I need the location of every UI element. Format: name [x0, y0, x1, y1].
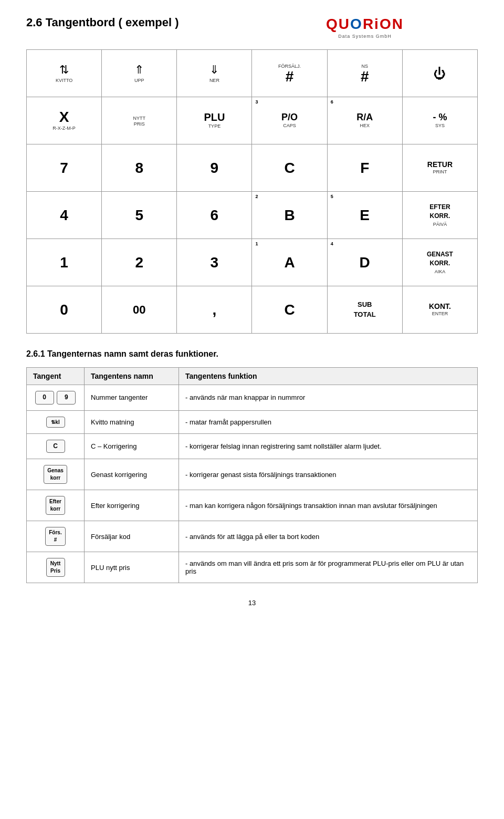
- table-row: Genaskorr Genast korrigering - korrigera…: [27, 459, 478, 490]
- key-b-hex: 2 B: [252, 192, 327, 239]
- key-00: 00: [102, 286, 177, 334]
- key-nytt-pris-display: NyttPris: [46, 558, 65, 577]
- key-kont: KONT. ENTER: [402, 286, 477, 334]
- table-row: Förs.# Försäljar kod - används för att l…: [27, 521, 478, 552]
- key-ns-hash: NS #: [327, 50, 402, 97]
- col-function: Tangentens funktion: [179, 368, 478, 385]
- key-7: 7: [27, 144, 102, 192]
- tangent-name-cell: Genast korrigering: [85, 459, 179, 490]
- tangent-name-cell: PLU nytt pris: [85, 552, 179, 583]
- key-tangent-cell: Genaskorr: [27, 459, 85, 490]
- tangent-name-cell: Försäljar kod: [85, 521, 179, 552]
- tangent-function-cell: - man kan korrigera någon försäljnings t…: [179, 490, 478, 521]
- key-9: 9: [177, 144, 252, 192]
- key-2: 2: [102, 239, 177, 286]
- key-plu: PLU TYPE: [177, 97, 252, 144]
- table-row: Efterkorr Efter korrigering - man kan ko…: [27, 490, 478, 521]
- tangent-function-cell: - används när man knappar in nummror: [179, 385, 478, 411]
- key-efter-korr-display: Efterkorr: [46, 496, 65, 515]
- key-tangent-cell: ⇅kl: [27, 410, 85, 433]
- logo-subtitle: Data Systems GmbH: [252, 34, 478, 39]
- key-genas-korr-display: Genaskorr: [44, 465, 67, 484]
- tangent-name-cell: Nummer tangenter: [85, 385, 179, 411]
- key-8: 8: [102, 144, 177, 192]
- tangent-name-cell: C – Korrigering: [85, 433, 179, 459]
- key-po: 3 P/O CAPS: [252, 97, 327, 144]
- table-row: ⇅kl Kvitto matning - matar framåt papper…: [27, 410, 478, 433]
- key-0: 0: [27, 286, 102, 334]
- key-5: 5: [102, 192, 177, 239]
- key-c-hex: C: [252, 144, 327, 192]
- key-tangent-cell: C: [27, 433, 85, 459]
- key-comma: ,: [177, 286, 252, 334]
- key-upp: ⇑ UPP: [102, 50, 177, 97]
- key-e-hex: 5 E: [327, 192, 402, 239]
- tangent-function-cell: - används om man vill ändra ett pris som…: [179, 552, 478, 583]
- key-c-display: C: [46, 440, 65, 453]
- logo-area: QUORiON Data Systems GmbH: [252, 16, 478, 39]
- key-efter-korr: EFTERKORR. PÄIVÄ: [402, 192, 477, 239]
- key-d-hex: 4 D: [327, 239, 402, 286]
- tangent-function-cell: - korrigerar felslag innan registrering …: [179, 433, 478, 459]
- section-heading: 2.6.1 Tangenternas namn samt deras funkt…: [26, 349, 478, 359]
- key-genast-korr: GENASTKORR. AIKA: [402, 239, 477, 286]
- key-4: 4: [27, 192, 102, 239]
- key-6: 6: [177, 192, 252, 239]
- tangent-name-cell: Efter korrigering: [85, 490, 179, 521]
- tangent-name-cell: Kvitto matning: [85, 410, 179, 433]
- key-tangent-cell: Förs.#: [27, 521, 85, 552]
- page-number: 13: [26, 599, 478, 607]
- key-a-hex: 1 A: [252, 239, 327, 286]
- key-sub-total: SUBTOTAL: [327, 286, 402, 334]
- key-x: X R-X-Z-M-P: [27, 97, 102, 144]
- key-1: 1: [27, 239, 102, 286]
- key-kvitto-display: ⇅kl: [46, 417, 65, 428]
- key-ner: ⇓ NER: [177, 50, 252, 97]
- key-f-hex: F: [327, 144, 402, 192]
- table-row: NyttPris PLU nytt pris - används om man …: [27, 552, 478, 583]
- function-table: Tangent Tangentens namn Tangentens funkt…: [26, 367, 478, 583]
- table-row: C C – Korrigering - korrigerar felslag i…: [27, 433, 478, 459]
- key-forsalj-hash: FÖRSÄLJ. #: [252, 50, 327, 97]
- key-power: ⏻: [402, 50, 477, 97]
- table-row: 0 9 Nummer tangenter - används när man k…: [27, 385, 478, 411]
- key-nytt-pris: NYTTPRIS: [102, 97, 177, 144]
- key-tangent-cell: NyttPris: [27, 552, 85, 583]
- logo: QUORiON: [252, 16, 478, 33]
- keyboard-diagram: ⇅ KVITTO ⇑ UPP ⇓ NER FÖRSÄLJ. # NS # ⏻: [26, 49, 478, 334]
- col-tangent: Tangent: [27, 368, 85, 385]
- tangent-function-cell: - används för att lägga på eller ta bort…: [179, 521, 478, 552]
- col-name: Tangentens namn: [85, 368, 179, 385]
- page-header: 2.6 Tangentbord ( exempel ) QUORiON Data…: [26, 16, 478, 39]
- key-c: C: [252, 286, 327, 334]
- key-retur: RETUR PRINT: [402, 144, 477, 192]
- key-9-display: 9: [57, 391, 76, 405]
- key-minus-percent: - % SYS: [402, 97, 477, 144]
- key-fors-hash-display: Förs.#: [45, 527, 65, 546]
- page-title: 2.6 Tangentbord ( exempel ): [26, 16, 252, 29]
- key-ra: 6 R/A HEX: [327, 97, 402, 144]
- tangent-function-cell: - korrigerar genast sista försäljnings t…: [179, 459, 478, 490]
- key-kvitto: ⇅ KVITTO: [27, 50, 102, 97]
- key-3: 3: [177, 239, 252, 286]
- key-tangent-cell: Efterkorr: [27, 490, 85, 521]
- tangent-function-cell: - matar framåt pappersrullen: [179, 410, 478, 433]
- key-0-display: 0: [35, 391, 54, 405]
- key-tangent-cell: 0 9: [27, 385, 85, 411]
